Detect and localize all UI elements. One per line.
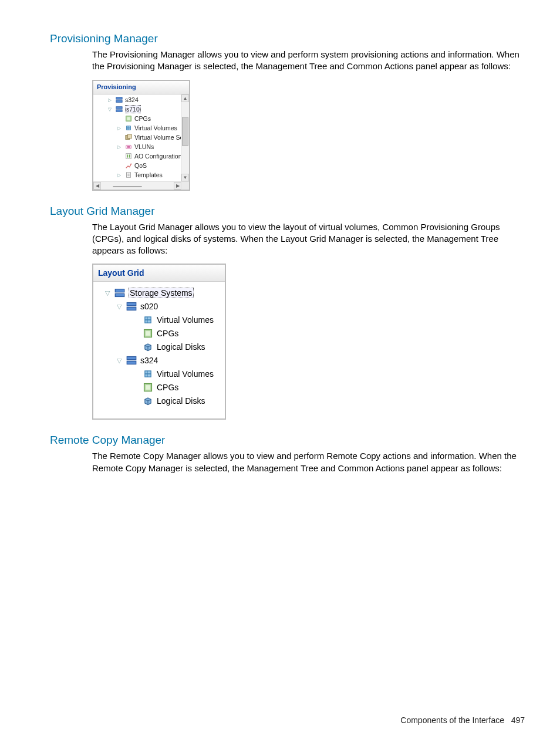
tree-item-label: CPGs xyxy=(157,329,178,338)
expand-icon[interactable] xyxy=(116,171,123,178)
ld-icon xyxy=(142,396,154,406)
tree-item-label: Virtual Volume Sets xyxy=(134,134,188,141)
hscroll-thumb[interactable] xyxy=(113,186,142,187)
footer-page-number: 497 xyxy=(511,715,525,725)
scroll-up-icon[interactable]: ▲ xyxy=(181,94,189,102)
tree-item-label: s710 xyxy=(125,105,141,113)
ld-icon xyxy=(142,342,154,352)
heading-remote-copy-manager: Remote Copy Manager xyxy=(50,434,528,447)
tree-item-label: AO Configurations xyxy=(134,153,185,160)
horizontal-scrollbar[interactable]: ◀ ▶ xyxy=(93,181,181,190)
scroll-down-icon[interactable]: ▼ xyxy=(181,174,189,181)
layout-grid-tree-panel: Layout Grid Storage Systemss020Virtual V… xyxy=(92,264,226,420)
tree-item[interactable]: s324 xyxy=(93,96,189,104)
tree-item[interactable]: s324 xyxy=(97,354,221,367)
heading-layout-grid-manager: Layout Grid Manager xyxy=(50,205,528,218)
template-icon xyxy=(124,171,133,178)
scroll-corner xyxy=(181,181,189,190)
collapse-icon[interactable] xyxy=(103,288,112,298)
tree-item-label: VLUNs xyxy=(134,143,154,150)
collapse-icon[interactable] xyxy=(106,106,113,113)
tree-item[interactable]: Storage Systems xyxy=(97,286,221,299)
vlun-icon xyxy=(124,143,133,150)
tree-item[interactable]: CPGs xyxy=(97,327,221,340)
scroll-left-icon[interactable]: ◀ xyxy=(93,182,101,190)
toggle-spacer xyxy=(131,383,140,392)
tree-item-label: Virtual Volumes xyxy=(157,315,214,325)
tree-item-label: s324 xyxy=(125,96,139,103)
tree-item[interactable]: VLUNs xyxy=(93,143,189,151)
tree-item-label: QoS xyxy=(134,162,147,169)
tree-item-label: Storage Systems xyxy=(129,288,194,298)
vertical-scrollbar[interactable]: ▲ ▼ xyxy=(181,94,189,181)
panel-title-layout-grid: Layout Grid xyxy=(93,265,225,282)
tree-item[interactable]: AO Configurations xyxy=(93,152,189,161)
cpg-icon xyxy=(142,382,154,393)
tree-item-label: Templates xyxy=(134,171,163,178)
tree-item[interactable]: Virtual Volumes xyxy=(93,124,189,133)
panel-title-provisioning: Provisioning xyxy=(93,81,189,94)
toggle-spacer xyxy=(131,396,140,406)
tree-item-label: s324 xyxy=(140,356,158,365)
toggle-spacer xyxy=(131,369,140,379)
body-layout-grid-manager: The Layout Grid Manager allows you to vi… xyxy=(92,221,528,257)
tree-item[interactable]: Logical Disks xyxy=(97,340,221,353)
tree-item-label: s020 xyxy=(140,302,158,311)
tree-item[interactable]: CPGs xyxy=(97,381,221,394)
collapse-icon[interactable] xyxy=(114,356,124,365)
toggle-spacer xyxy=(116,153,123,160)
cpg-icon xyxy=(142,328,154,339)
vv-icon xyxy=(124,124,133,131)
tree-item-label: Virtual Volumes xyxy=(134,124,177,131)
toggle-spacer xyxy=(116,115,123,122)
tree-item[interactable]: s710 xyxy=(93,105,189,114)
system-icon xyxy=(115,106,123,113)
toggle-spacer xyxy=(131,315,140,325)
scroll-thumb[interactable] xyxy=(182,117,188,146)
toggle-spacer xyxy=(116,134,123,141)
provisioning-tree-panel: Provisioning s324s710CPGsVirtual Volumes… xyxy=(92,80,190,191)
tree-item[interactable]: Virtual Volumes xyxy=(97,313,221,326)
tree-item[interactable]: Templates xyxy=(93,171,189,180)
tree-item-label: CPGs xyxy=(157,383,178,392)
qos-icon xyxy=(124,162,133,169)
tree-body: s324s710CPGsVirtual VolumesVirtual Volum… xyxy=(93,94,189,190)
heading-provisioning-manager: Provisioning Manager xyxy=(50,32,528,45)
system-icon xyxy=(126,355,137,366)
vvset-icon xyxy=(124,134,133,141)
page-footer: Components of the Interface 497 xyxy=(400,715,525,725)
cpg-icon xyxy=(124,115,133,122)
body-remote-copy-manager: The Remote Copy Manager allows you to vi… xyxy=(92,450,528,474)
expand-icon[interactable] xyxy=(116,143,123,150)
tree-item-label: CPGs xyxy=(134,115,151,122)
ao-icon xyxy=(124,153,133,160)
tree-item-label: Virtual Volumes xyxy=(157,369,214,379)
tree-item[interactable]: QoS xyxy=(93,161,189,170)
expand-icon[interactable] xyxy=(116,124,123,131)
system-icon xyxy=(126,301,137,312)
tree-item-label: Logical Disks xyxy=(157,342,205,352)
tree-item-label: Logical Disks xyxy=(157,396,205,406)
body-provisioning-manager: The Provisioning Manager allows you to v… xyxy=(92,49,528,73)
vv-icon xyxy=(142,315,154,325)
system-icon xyxy=(114,288,126,298)
tree-item[interactable]: Logical Disks xyxy=(97,394,221,407)
collapse-icon[interactable] xyxy=(114,302,124,311)
tree-item[interactable]: Virtual Volume Sets xyxy=(93,133,189,142)
toggle-spacer xyxy=(131,342,140,352)
tree-item[interactable]: s020 xyxy=(97,300,221,313)
tree-item[interactable]: CPGs xyxy=(93,114,189,123)
footer-text: Components of the Interface xyxy=(400,715,504,725)
system-icon xyxy=(115,96,123,103)
expand-icon[interactable] xyxy=(106,96,113,103)
toggle-spacer xyxy=(116,162,123,169)
vv-icon xyxy=(142,369,154,379)
toggle-spacer xyxy=(131,329,140,338)
tree-body: Storage Systemss020Virtual VolumesCPGsLo… xyxy=(93,282,225,418)
tree-item[interactable]: Virtual Volumes xyxy=(97,367,221,380)
